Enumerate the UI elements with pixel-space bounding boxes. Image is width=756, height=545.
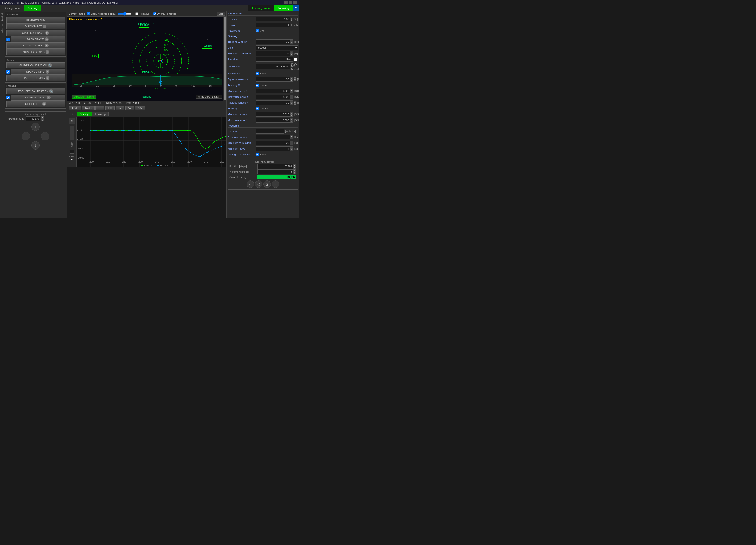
relay-next-button[interactable]: → bbox=[272, 181, 279, 188]
relay-delete-button[interactable]: 🗑 bbox=[263, 181, 271, 188]
min-move-x-input[interactable] bbox=[256, 89, 290, 93]
tracking-window-input[interactable] bbox=[256, 39, 290, 44]
plot-clear-button[interactable]: 🗑 bbox=[69, 118, 75, 124]
position-down[interactable]: ▼ bbox=[293, 167, 296, 169]
negative-label[interactable]: Negative bbox=[135, 12, 149, 15]
avg-length-up[interactable]: ▲ bbox=[290, 135, 293, 137]
agg-y-up[interactable]: ▲ bbox=[290, 100, 293, 103]
vertical-scrollbar[interactable] bbox=[223, 17, 226, 101]
zoom-10x-button[interactable]: 10x bbox=[135, 106, 145, 110]
min-correlation-up[interactable]: ▲ bbox=[290, 51, 293, 53]
agg-x-up[interactable]: ▲ bbox=[290, 77, 293, 79]
fit-button[interactable]: Fit bbox=[95, 106, 104, 110]
tracking-window-up[interactable]: ▲ bbox=[290, 39, 293, 42]
tab-focusing[interactable]: Focusing bbox=[274, 5, 293, 11]
instruments-button[interactable]: INSTRUMENTS bbox=[6, 17, 65, 23]
min-move-f-up[interactable]: ▲ bbox=[290, 146, 293, 149]
min-corr-f-input[interactable] bbox=[256, 141, 290, 145]
sidebar-item-advanced[interactable]: Advanced bbox=[0, 23, 4, 34]
tracking-x-checkbox[interactable] bbox=[256, 84, 259, 87]
stop-focusing-button[interactable]: STOP FOCUSING ✕ bbox=[11, 95, 65, 101]
increment-down[interactable]: ▼ bbox=[293, 172, 296, 174]
focuser-calibration-button[interactable]: FOCUSER CALIBRATION 🔧 bbox=[6, 88, 65, 94]
guide-east-button[interactable]: → bbox=[41, 132, 49, 140]
min-move-y-input[interactable] bbox=[256, 112, 290, 117]
min-correlation-input[interactable] bbox=[256, 51, 290, 56]
tab-focusing-status[interactable]: Focusing status bbox=[248, 5, 274, 11]
min-move-x-down[interactable]: ▼ bbox=[290, 91, 293, 93]
agg-x-icon[interactable]: ⊕ bbox=[294, 78, 296, 81]
tab-guiding[interactable]: Guiding bbox=[24, 5, 41, 11]
zoom-5x-button[interactable]: 5x bbox=[125, 106, 134, 110]
exposure-input[interactable]: 1.00 bbox=[256, 17, 290, 21]
avg-roundness-checkbox[interactable] bbox=[256, 153, 259, 156]
help-button[interactable]: ? bbox=[293, 5, 299, 11]
units-select[interactable]: [arcsec] [pixels] bbox=[256, 45, 298, 50]
min-correlation-down[interactable]: ▼ bbox=[290, 53, 293, 56]
binning-input[interactable]: 1 bbox=[256, 23, 290, 27]
max-move-x-up[interactable]: ▲ bbox=[290, 95, 293, 97]
min-corr-f-down[interactable]: ▼ bbox=[290, 143, 293, 145]
scatter-plot-checkbox[interactable] bbox=[256, 72, 259, 75]
increment-input[interactable] bbox=[257, 170, 293, 174]
tracking-window-down[interactable]: ▼ bbox=[290, 42, 293, 44]
stop-exposing-button[interactable]: STOP EXPOSING ■ bbox=[6, 43, 65, 49]
agg-y-input[interactable] bbox=[256, 100, 290, 105]
guider-calibration-button[interactable]: GUIDER CALIBRATION 🔧 bbox=[6, 62, 65, 68]
show-hud-label[interactable]: Show head up display bbox=[87, 12, 116, 15]
pause-exposing-button[interactable]: PAUSE EXPOSING ⏸ bbox=[6, 49, 65, 55]
avg-length-input[interactable] bbox=[256, 135, 290, 139]
tab-guiding-status[interactable]: Guiding status bbox=[0, 5, 24, 11]
relay-target-button[interactable]: ◎ bbox=[255, 181, 262, 188]
duration-up-button[interactable]: ▲ bbox=[41, 117, 44, 119]
min-move-f-down[interactable]: ▼ bbox=[290, 149, 293, 151]
negative-checkbox[interactable] bbox=[135, 12, 138, 15]
tab-focusing-plot[interactable]: Focusing bbox=[92, 112, 109, 116]
max-move-y-up[interactable]: ▲ bbox=[290, 118, 293, 120]
start-dithering-button[interactable]: START DITHERING ⟳ bbox=[6, 75, 65, 81]
tab-guiding-plot[interactable]: Guiding bbox=[77, 112, 92, 116]
max-move-x-input[interactable] bbox=[256, 95, 290, 99]
redo-button[interactable]: Redo bbox=[82, 106, 94, 110]
agg-x-input[interactable] bbox=[256, 77, 290, 82]
sidebar-item-standard[interactable]: Standard bbox=[0, 12, 4, 23]
position-up[interactable]: ▲ bbox=[293, 164, 296, 167]
crop-subframe-button[interactable]: CROP SUBFRAME ⊡ bbox=[6, 30, 65, 36]
min-move-y-up[interactable]: ▲ bbox=[290, 112, 293, 114]
maximize-button[interactable]: □ bbox=[289, 1, 292, 4]
min-move-y-down[interactable]: ▼ bbox=[290, 114, 293, 117]
plot-scroll[interactable] bbox=[70, 126, 74, 140]
agg-y-icon[interactable]: ⊕ bbox=[294, 101, 296, 105]
guide-south-button[interactable]: ↓ bbox=[31, 141, 40, 150]
stop-guiding-button[interactable]: STOP GUIDING ✕ bbox=[11, 69, 65, 75]
min-corr-f-up[interactable]: ▲ bbox=[290, 141, 293, 143]
position-input[interactable] bbox=[257, 164, 293, 169]
fill-button[interactable]: Fill bbox=[105, 106, 115, 110]
stop-guiding-checkbox[interactable] bbox=[6, 70, 10, 74]
relay-prev-button[interactable]: ← bbox=[247, 181, 254, 188]
undo-button[interactable]: Undo bbox=[69, 106, 81, 110]
guide-north-button[interactable]: ↑ bbox=[31, 123, 40, 131]
stop-focusing-checkbox[interactable] bbox=[6, 96, 10, 99]
disconnect-button[interactable]: DISCONNECT ↺ bbox=[6, 23, 65, 29]
raw-image-checkbox[interactable] bbox=[256, 29, 259, 32]
duration-down-button[interactable]: ▼ bbox=[41, 119, 44, 121]
avg-length-down[interactable]: ▼ bbox=[290, 137, 293, 139]
max-button[interactable]: Max bbox=[217, 12, 225, 16]
animated-focuser-checkbox[interactable] bbox=[153, 12, 156, 15]
agg-y-down[interactable]: ▼ bbox=[290, 103, 293, 105]
min-move-x-up[interactable]: ▲ bbox=[290, 89, 293, 91]
close-button[interactable]: ✕ bbox=[293, 1, 297, 4]
agg-x-down[interactable]: ▼ bbox=[290, 79, 293, 82]
duration-input[interactable]: 5.000 bbox=[26, 117, 40, 121]
max-move-y-input[interactable] bbox=[256, 118, 290, 123]
declination-input[interactable] bbox=[256, 64, 290, 69]
zoom-2x-button[interactable]: 2x bbox=[116, 106, 124, 110]
max-move-x-down[interactable]: ▼ bbox=[290, 97, 293, 99]
tracking-y-checkbox[interactable] bbox=[256, 107, 259, 110]
minimize-button[interactable]: − bbox=[284, 1, 288, 4]
dark-frame-button[interactable]: DARK FRAME ⊞ bbox=[11, 36, 65, 42]
show-hud-checkbox[interactable] bbox=[87, 12, 90, 15]
hud-slider[interactable] bbox=[118, 12, 132, 16]
pier-side-checkbox[interactable] bbox=[294, 58, 297, 61]
